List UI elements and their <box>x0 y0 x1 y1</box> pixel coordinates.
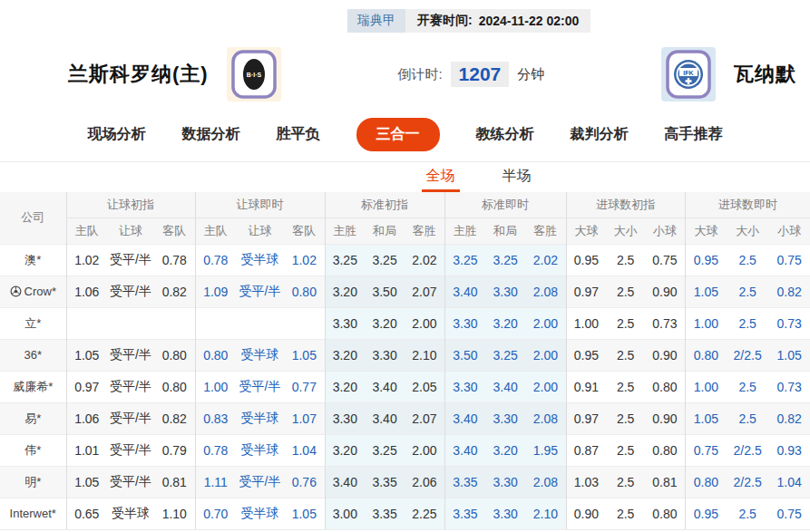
home-team-name: 兰斯科罗纳(主) <box>68 61 209 88</box>
odds-cell-standard_live: 3.30 <box>485 466 525 498</box>
company-name: 威廉希* <box>13 380 53 393</box>
match-header: 兰斯科罗纳(主) B·I·S 倒计时: 1207 分钟 IFK <box>0 41 810 108</box>
odds-cell-handicap_live: 受半球 <box>236 434 284 466</box>
nav-tab-5[interactable]: 教练分析 <box>476 125 534 144</box>
odds-cell-handicap_initial: 1.06 <box>66 276 107 307</box>
odds-cell-goals_initial: 1.00 <box>566 307 606 339</box>
odds-cell-standard_initial: 3.20 <box>325 371 365 402</box>
odds-cell-standard_live: 1.95 <box>525 434 566 466</box>
odds-cell-standard_live: 3.40 <box>444 434 485 466</box>
odds-cell-handicap_initial: 0.97 <box>66 371 107 402</box>
nav-tab-3[interactable]: 胜平负 <box>277 125 320 144</box>
odds-cell-handicap_live: 0.78 <box>195 434 236 466</box>
odds-table: 公司让球初指让球即时标准初指标准即时进球数初指进球数即时主队让球客队主队让球客队… <box>0 192 810 530</box>
nav-tab-2[interactable]: 数据分析 <box>182 125 240 144</box>
odds-cell-handicap_live: 1.05 <box>284 339 325 371</box>
odds-cell-goals_live: 2/2.5 <box>727 466 768 498</box>
odds-cell-goals_live: 0.75 <box>768 498 810 529</box>
odds-cell-standard_initial: 2.06 <box>405 466 444 498</box>
odds-cell-handicap_initial: 0.80 <box>154 371 195 402</box>
odds-cell-goals_initial: 1.03 <box>566 466 606 498</box>
odds-cell-goals_initial: 0.80 <box>645 498 685 529</box>
odds-cell-handicap_initial: 0.80 <box>154 339 195 371</box>
odds-cell-goals_initial: 0.81 <box>645 466 685 498</box>
odds-cell-handicap_initial: 0.79 <box>154 434 195 466</box>
soccer-ball-icon <box>10 285 22 297</box>
odds-cell-goals_initial: 2.5 <box>606 371 645 402</box>
odds-cell-standard_initial: 3.30 <box>325 307 365 339</box>
col-sub-header: 和局 <box>365 218 405 244</box>
odds-cell-goals_live: 0.82 <box>768 402 810 434</box>
odds-cell-goals_live: 1.00 <box>685 307 727 339</box>
company-cell[interactable]: 明* <box>0 466 66 498</box>
odds-cell-standard_live: 2.00 <box>525 307 566 339</box>
col-sub-header: 大小 <box>606 218 645 244</box>
odds-cell-handicap_live <box>236 307 284 339</box>
odds-cell-handicap_live: 0.70 <box>195 498 236 529</box>
odds-cell-goals_initial: 0.80 <box>645 434 685 466</box>
period-tab-1[interactable]: 全场 <box>422 162 460 192</box>
odds-cell-goals_initial: 0.91 <box>566 371 606 402</box>
odds-cell-goals_live: 0.93 <box>768 434 810 466</box>
table-row: 伟*1.01受平/半0.790.78受半球1.043.203.252.003.4… <box>0 434 810 466</box>
odds-cell-standard_live: 2.00 <box>525 371 566 402</box>
company-cell[interactable]: 威廉希* <box>0 371 66 402</box>
odds-cell-goals_live: 0.95 <box>685 498 727 529</box>
odds-cell-handicap_live <box>284 307 325 339</box>
odds-cell-goals_initial: 0.80 <box>645 371 685 402</box>
odds-cell-goals_live: 2.5 <box>727 402 768 434</box>
league-badge[interactable]: 瑞典甲 <box>347 9 405 33</box>
company-cell[interactable]: Interwet* <box>0 498 66 529</box>
company-cell[interactable]: Crow* <box>0 276 66 307</box>
odds-cell-standard_initial: 3.40 <box>365 402 405 434</box>
odds-cell-handicap_live: 1.11 <box>195 466 236 498</box>
nav-tab-1[interactable]: 现场分析 <box>88 125 146 144</box>
odds-cell-standard_live: 3.40 <box>444 276 485 307</box>
countdown-value: 1207 <box>451 62 510 87</box>
odds-cell-handicap_initial: 0.81 <box>154 466 195 498</box>
col-sub-header: 大小 <box>727 218 768 244</box>
company-cell[interactable]: 易* <box>0 402 66 434</box>
company-cell[interactable]: 澳* <box>0 244 66 276</box>
table-row: 威廉希*0.97受平/半0.801.00受平/半0.773.203.402.05… <box>0 371 810 402</box>
odds-cell-standard_initial: 3.35 <box>365 498 405 529</box>
col-sub-header: 大球 <box>685 218 727 244</box>
nav-tab-7[interactable]: 高手推荐 <box>665 125 723 144</box>
col-sub-header: 让球 <box>236 218 284 244</box>
odds-cell-goals_live: 1.05 <box>768 339 810 371</box>
odds-cell-goals_initial: 2.5 <box>606 402 645 434</box>
col-group-header: 让球即时 <box>195 192 325 218</box>
odds-cell-standard_live: 2.10 <box>525 498 566 529</box>
company-cell[interactable]: 伟* <box>0 434 66 466</box>
company-name: Interwet* <box>10 507 56 520</box>
table-row: Crow*1.06受平/半0.821.09受平/半0.803.203.502.0… <box>0 276 810 307</box>
period-tab-2[interactable]: 半场 <box>498 162 536 192</box>
odds-cell-handicap_live: 1.02 <box>284 244 325 276</box>
col-sub-header: 主胜 <box>444 218 485 244</box>
odds-cell-handicap_live: 受半球 <box>236 244 284 276</box>
period-tabs: 全场半场 <box>0 162 810 192</box>
col-sub-header: 让球 <box>107 218 154 244</box>
company-cell[interactable]: 立* <box>0 307 66 339</box>
col-group-header: 标准即时 <box>444 192 566 218</box>
odds-cell-goals_initial: 0.95 <box>566 244 606 276</box>
odds-cell-handicap_initial: 受平/半 <box>107 339 154 371</box>
company-cell[interactable]: 36* <box>0 339 66 371</box>
col-sub-header: 客胜 <box>525 218 566 244</box>
col-group-header: 进球数初指 <box>566 192 685 218</box>
table-row: 36*1.05受平/半0.800.80受半球1.053.203.302.103.… <box>0 339 810 371</box>
nav-tab-6[interactable]: 裁判分析 <box>571 125 629 144</box>
nav-tab-4[interactable]: 三合一 <box>356 118 440 151</box>
odds-cell-handicap_live: 受平/半 <box>236 466 284 498</box>
odds-cell-handicap_initial: 1.05 <box>66 339 107 371</box>
odds-cell-standard_initial: 3.20 <box>325 276 365 307</box>
odds-cell-goals_live: 2.5 <box>727 498 768 529</box>
kickoff-time: 开赛时间:2024-11-22 02:00 <box>405 9 590 33</box>
odds-cell-standard_live: 2.08 <box>525 402 566 434</box>
col-sub-header: 主队 <box>195 218 236 244</box>
odds-cell-goals_initial: 2.5 <box>606 244 645 276</box>
odds-cell-goals_live: 0.80 <box>685 466 727 498</box>
col-sub-header: 客队 <box>154 218 195 244</box>
odds-cell-goals_live: 1.00 <box>685 371 727 402</box>
away-team: IFK 瓦纳默 <box>661 47 796 102</box>
